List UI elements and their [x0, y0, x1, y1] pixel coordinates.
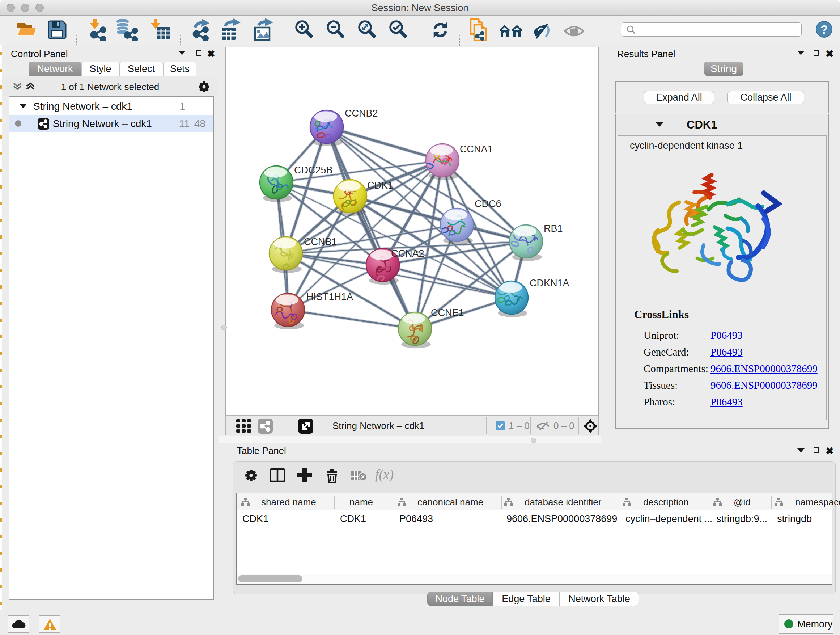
svg-text:CCNE1: CCNE1	[431, 307, 464, 318]
svg-text:CCNA2: CCNA2	[391, 248, 424, 259]
svg-text:RB1: RB1	[544, 223, 563, 234]
svg-text:CCNB1: CCNB1	[304, 236, 337, 247]
svg-text:CDC25B: CDC25B	[294, 165, 333, 176]
svg-text:CDKN1A: CDKN1A	[530, 278, 569, 288]
svg-text:HIST1H1A: HIST1H1A	[306, 291, 353, 302]
svg-text:CCNA1: CCNA1	[460, 144, 493, 155]
svg-text:CCNB2: CCNB2	[345, 108, 378, 119]
svg-text:CDC6: CDC6	[475, 198, 501, 209]
svg-text:CDK1: CDK1	[367, 180, 393, 191]
